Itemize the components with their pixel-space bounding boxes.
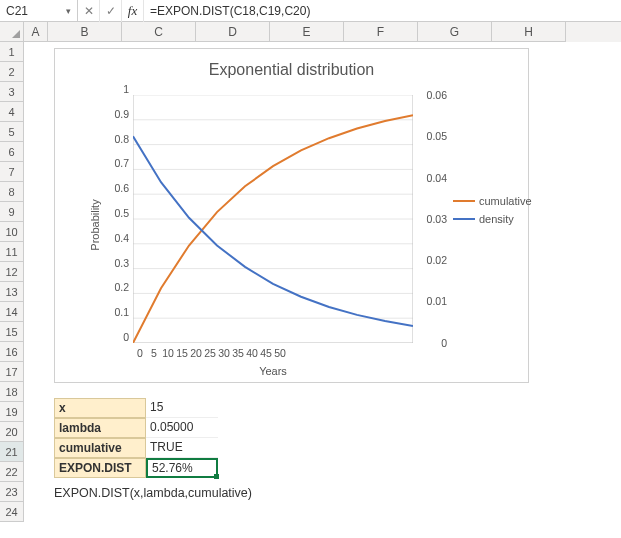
parameter-table: x 15 lambda 0.05000 cumulative TRUE EXPO… [54,398,218,478]
chevron-down-icon: ▾ [66,6,71,16]
row-header[interactable]: 16 [0,342,24,362]
y-tick-label: 0.04 [427,172,447,184]
col-header-F[interactable]: F [344,22,418,42]
row-header[interactable]: 2 [0,62,24,82]
row-header[interactable]: 6 [0,142,24,162]
y-tick-label: 0.03 [427,213,447,225]
row-header[interactable]: 5 [0,122,24,142]
cell-B21[interactable]: EXPON.DIST [54,458,146,478]
row-header[interactable]: 14 [0,302,24,322]
x-axis: 0 5 10 15 20 25 30 35 40 45 50 [133,347,413,359]
cell-B20[interactable]: cumulative [54,438,146,458]
row-header[interactable]: 11 [0,242,24,262]
row-header[interactable]: 21 [0,442,24,462]
formula-input[interactable]: =EXPON.DIST(C18,C19,C20) [144,0,621,22]
chart-exponential-distribution[interactable]: Exponential distribution 1 0.9 0.8 0.7 0… [54,48,529,383]
row-headers: 1 2 3 4 5 6 7 8 9 10 11 12 13 14 15 16 1… [0,42,24,522]
y-axis-left: 1 0.9 0.8 0.7 0.6 0.5 0.4 0.3 0.2 0.1 0 [101,95,129,368]
chart-title: Exponential distribution [55,49,528,79]
chart-legend: cumulative density [453,189,532,231]
legend-swatch [453,200,475,202]
fx-icon[interactable]: fx [122,0,144,22]
row-header[interactable]: 12 [0,262,24,282]
legend-swatch [453,218,475,220]
row-header[interactable]: 15 [0,322,24,342]
cell-B18[interactable]: x [54,398,146,418]
table-row: cumulative TRUE [54,438,218,458]
table-row: EXPON.DIST 52.76% [54,458,218,478]
formula-bar: C21 ▾ ✕ ✓ fx =EXPON.DIST(C18,C19,C20) [0,0,621,22]
series-density [133,136,413,326]
col-header-A[interactable]: A [24,22,48,42]
y-tick-label: 0 [441,337,447,349]
cell-B23-syntax[interactable]: EXPON.DIST(x,lambda,cumulative) [54,486,252,500]
row-header[interactable]: 23 [0,482,24,502]
col-header-B[interactable]: B [48,22,122,42]
cell-C19[interactable]: 0.05000 [146,418,218,438]
y-tick-label: 0.01 [427,295,447,307]
col-header-E[interactable]: E [270,22,344,42]
y-tick-label: 0.05 [427,130,447,142]
row-header[interactable]: 17 [0,362,24,382]
y-axis-right: 0.06 0.05 0.04 0.03 0.02 0.01 0 [417,95,447,384]
legend-item-density: density [453,213,532,225]
y-tick-label: 0.06 [427,89,447,101]
column-headers: A B C D E F G H [0,22,621,42]
legend-item-cumulative: cumulative [453,195,532,207]
legend-label: density [479,213,514,225]
x-tick-label: 50 [266,347,294,359]
col-header-D[interactable]: D [196,22,270,42]
col-header-H[interactable]: H [492,22,566,42]
spreadsheet-grid: A B C D E F G H 1 2 3 4 5 6 7 8 9 10 11 … [0,22,621,42]
row-header[interactable]: 13 [0,282,24,302]
series-cumulative [133,115,413,343]
row-header[interactable]: 1 [0,42,24,62]
y-axis-label: Probability [89,199,101,250]
row-header[interactable]: 4 [0,102,24,122]
row-header[interactable]: 20 [0,422,24,442]
y-tick-label: 0.02 [427,254,447,266]
row-header[interactable]: 19 [0,402,24,422]
select-all-corner[interactable] [0,22,24,42]
table-row: x 15 [54,398,218,418]
table-row: lambda 0.05000 [54,418,218,438]
name-box-value: C21 [6,4,28,18]
cell-B19[interactable]: lambda [54,418,146,438]
cell-C18[interactable]: 15 [146,398,218,418]
cell-C20[interactable]: TRUE [146,438,218,458]
x-axis-label: Years [133,365,413,377]
legend-label: cumulative [479,195,532,207]
plot-area [133,95,413,343]
row-header[interactable]: 7 [0,162,24,182]
name-box[interactable]: C21 ▾ [0,0,78,22]
row-header[interactable]: 22 [0,462,24,482]
row-header[interactable]: 3 [0,82,24,102]
row-header[interactable]: 24 [0,502,24,522]
chart-svg [133,95,413,343]
row-header[interactable]: 8 [0,182,24,202]
cell-C21-selected[interactable]: 52.76% [146,458,218,478]
row-header[interactable]: 9 [0,202,24,222]
accept-formula-button[interactable]: ✓ [100,0,122,22]
col-header-G[interactable]: G [418,22,492,42]
cancel-formula-button[interactable]: ✕ [78,0,100,22]
col-header-C[interactable]: C [122,22,196,42]
row-header[interactable]: 18 [0,382,24,402]
row-header[interactable]: 10 [0,222,24,242]
